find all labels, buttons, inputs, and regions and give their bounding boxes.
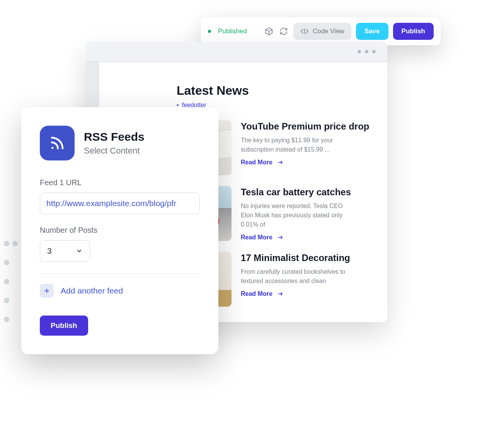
- rss-config-panel: RSS Feeds Select Content Feed 1 URL Numb…: [21, 107, 218, 354]
- add-feed-label: Add another feed: [61, 286, 123, 295]
- code-icon: [300, 27, 309, 36]
- window-dot-icon: [365, 50, 368, 53]
- news-excerpt: The key to paying $11.99 for your subscr…: [241, 136, 353, 154]
- read-more-link[interactable]: Read More: [241, 290, 283, 297]
- arrow-right-icon: [277, 159, 283, 166]
- news-excerpt: No injuries were reported. Tesla CEO Elo…: [241, 201, 353, 229]
- decorative-dots-row: [4, 241, 18, 246]
- preview-heading: Latest News: [177, 84, 376, 98]
- read-more-label: Read More: [241, 234, 272, 241]
- num-posts-label: Number of Posts: [40, 226, 200, 235]
- read-more-label: Read More: [241, 290, 272, 297]
- arrow-right-icon: [277, 291, 283, 297]
- add-feed-button[interactable]: + Add another feed: [40, 284, 200, 298]
- editor-toolbar: Published Code View Save Publish: [201, 17, 441, 45]
- status-label: Published: [218, 27, 247, 35]
- rss-icon: [40, 126, 75, 160]
- svg-point-4: [51, 147, 53, 149]
- panel-title: RSS Feeds: [84, 130, 145, 143]
- news-excerpt: From carefully curated bookshelves to te…: [241, 267, 353, 286]
- panel-publish-button[interactable]: Publish: [40, 316, 88, 336]
- news-title: 17 Minimalist Decorating: [241, 253, 353, 263]
- feed-url-label: Feed 1 URL: [40, 178, 200, 187]
- publish-button[interactable]: Publish: [393, 23, 434, 40]
- preview-titlebar: [86, 42, 387, 62]
- feed-url-input[interactable]: [40, 193, 200, 214]
- window-dot-icon: [372, 50, 376, 53]
- divider: [40, 273, 200, 274]
- read-more-link[interactable]: Read More: [241, 234, 283, 241]
- plus-icon: +: [40, 284, 54, 298]
- read-more-label: Read More: [241, 159, 272, 166]
- decorative-dots-vertical: [4, 241, 9, 322]
- arrow-right-icon: [277, 234, 283, 241]
- status-dot-icon: [208, 30, 211, 33]
- code-view-label: Code View: [313, 27, 344, 35]
- chevron-down-icon: [76, 247, 83, 254]
- save-button[interactable]: Save: [356, 23, 388, 40]
- read-more-link[interactable]: Read More: [241, 159, 283, 166]
- news-title: Tesla car battery catches: [241, 187, 353, 198]
- news-title: YouTube Premium price drop: [241, 121, 369, 132]
- window-dot-icon: [358, 50, 361, 53]
- refresh-icon[interactable]: [279, 26, 289, 36]
- num-posts-value: 3: [47, 246, 52, 256]
- cube-icon[interactable]: [264, 26, 274, 36]
- num-posts-select[interactable]: 3: [40, 240, 90, 262]
- code-view-toggle[interactable]: Code View: [293, 23, 351, 40]
- panel-subtitle: Select Content: [84, 146, 145, 156]
